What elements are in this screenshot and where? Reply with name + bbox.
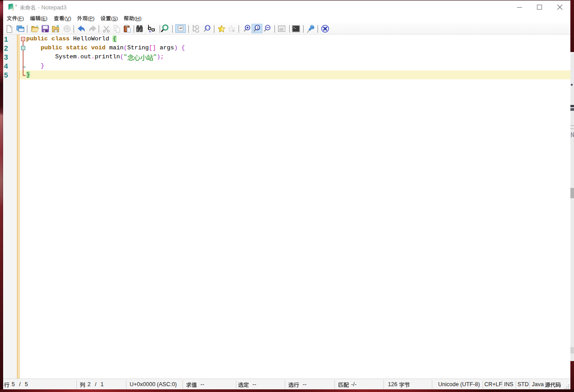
svg-text:1: 1 xyxy=(257,25,259,30)
